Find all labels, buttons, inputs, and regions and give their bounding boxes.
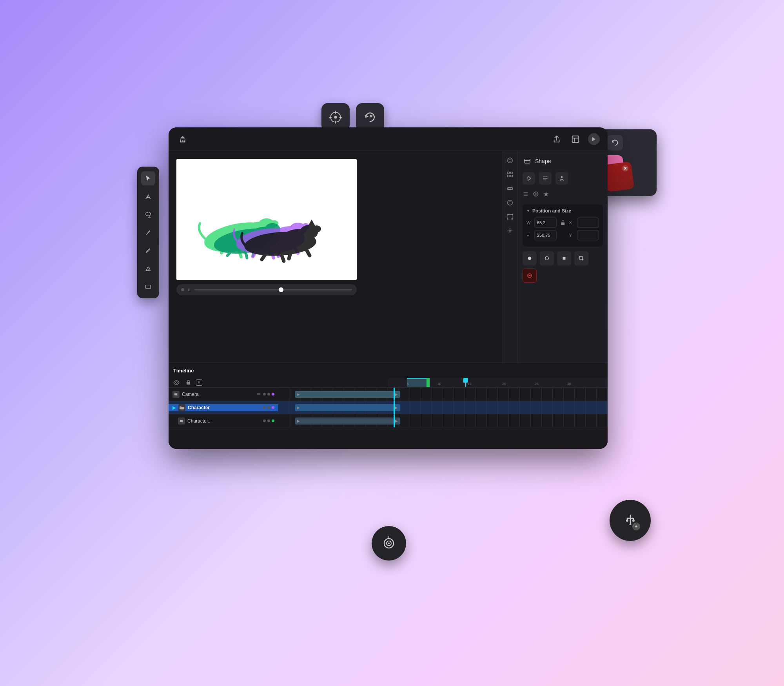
camera-edit-icon[interactable]: ✏ — [257, 392, 261, 397]
eraser-tool[interactable] — [141, 261, 155, 276]
ruler-playhead[interactable] — [465, 378, 466, 387]
svg-line-111 — [149, 249, 150, 250]
svg-point-79 — [561, 176, 563, 178]
shape-red — [603, 161, 634, 192]
y-input[interactable] — [577, 230, 599, 240]
playbar-track[interactable] — [194, 289, 352, 290]
camera-track-content: ▶ ▶ — [278, 388, 608, 401]
character-sub-track-label: Character... — [169, 417, 278, 425]
shape-label-row: Shape — [523, 156, 603, 166]
pbt-circle-outline[interactable] — [540, 251, 554, 265]
top-toolbar — [169, 127, 608, 151]
height-input[interactable]: 250,75 — [534, 230, 557, 240]
lasso-tool[interactable] — [141, 207, 155, 221]
camera-track-dots — [263, 393, 274, 396]
rectangle-tool[interactable] — [141, 279, 155, 294]
char-sub-playhead — [394, 414, 395, 427]
timeline-tracks-area: Camera ✏ ▶ — [169, 388, 608, 449]
panel-icon-character[interactable] — [555, 172, 568, 185]
timeline-section: Timeline — [169, 363, 608, 449]
char-sub-dots — [263, 419, 274, 422]
camera-keyframe-bar[interactable]: ▶ ▶ — [295, 391, 400, 398]
character-keyframe-bar[interactable]: ▶ ▶ — [295, 404, 400, 411]
panel-icon-timeline[interactable] — [539, 172, 552, 185]
camera-track-icon — [172, 391, 180, 398]
width-x-row: W 65,2 X — [526, 218, 599, 228]
playbar-record-dot — [181, 288, 184, 291]
ruler-mark-25: 25 — [535, 382, 539, 386]
character-track-content: ▶ ▶ — [278, 401, 608, 414]
character-track-label: ▶ Character — [169, 404, 278, 411]
character-sub-icon — [178, 417, 185, 425]
lock-header-icon[interactable] — [185, 379, 191, 386]
palette-icon[interactable] — [505, 155, 515, 166]
layout-icon[interactable] — [569, 133, 582, 145]
svg-point-67 — [507, 218, 508, 219]
width-input[interactable]: 65,2 — [534, 218, 557, 228]
tab-icon-2[interactable] — [533, 191, 539, 199]
app-container: ⏸ — [118, 88, 666, 598]
svg-point-123 — [388, 543, 390, 544]
playhead-marker — [463, 378, 468, 383]
playbar-thumb[interactable] — [279, 287, 283, 292]
usb-floating-btn[interactable]: + — [610, 500, 651, 541]
shape-icon — [523, 156, 532, 166]
grid-icon[interactable] — [505, 169, 515, 180]
pencil-tool[interactable] — [141, 243, 155, 258]
svg-line-112 — [147, 251, 147, 252]
camera-floating-icon — [381, 535, 397, 551]
camera-bar-arrow-right: ▶ — [395, 392, 398, 396]
char-sub-keyframe-bar[interactable]: ▶ ▶ — [295, 417, 400, 425]
svg-rect-89 — [563, 257, 566, 260]
pbt-transform[interactable] — [574, 251, 588, 265]
svg-point-1 — [334, 116, 337, 118]
share-icon[interactable] — [550, 133, 563, 145]
camera-bar-arrow-left: ▶ — [297, 392, 300, 396]
character-track: ▶ Character — [169, 401, 608, 414]
green-marker — [426, 378, 430, 387]
x-input[interactable] — [577, 218, 599, 228]
ruler-icon[interactable] — [505, 183, 515, 194]
panel-icons-row — [523, 172, 603, 185]
rfp-undo-btn[interactable] — [607, 135, 623, 151]
pbt-circle[interactable] — [523, 251, 537, 265]
svg-point-48 — [507, 158, 512, 163]
tab-icon-3[interactable] — [543, 191, 549, 199]
svg-marker-43 — [308, 220, 316, 227]
svg-point-71 — [511, 230, 512, 231]
y-label: Y — [569, 233, 575, 238]
play-button[interactable] — [588, 133, 600, 145]
character-playhead — [394, 401, 395, 414]
svg-rect-97 — [186, 382, 190, 385]
panel-icon-keyframe[interactable] — [523, 172, 535, 185]
transform-icon[interactable] — [505, 211, 515, 222]
pen-tool[interactable] — [141, 225, 155, 240]
svg-point-88 — [545, 257, 548, 260]
pbt-minus-circle[interactable] — [523, 269, 537, 283]
svg-rect-74 — [524, 159, 530, 163]
ruler-mark-20: 20 — [502, 382, 506, 386]
camera-floating-btn[interactable] — [372, 526, 406, 561]
camera-dot-1 — [263, 393, 266, 396]
panel-bottom-tools — [523, 251, 603, 283]
camera-dot-2 — [267, 393, 270, 396]
ruler-mark-30: 30 — [567, 382, 571, 386]
eye-icon[interactable] — [172, 379, 180, 386]
playbar[interactable]: ⏸ — [176, 284, 357, 295]
solo-icon[interactable]: S — [196, 379, 202, 386]
position-size-label: Position and Size — [532, 208, 571, 214]
svg-rect-52 — [507, 172, 509, 174]
width-value: 65,2 — [537, 220, 545, 225]
char-sub-arrow-left: ▶ — [297, 419, 300, 423]
lock-icon[interactable] — [559, 220, 567, 225]
info-icon[interactable] — [505, 197, 515, 208]
nodes-icon[interactable] — [505, 225, 515, 236]
usb-add-badge: + — [632, 523, 640, 530]
select-tool[interactable] — [141, 171, 155, 185]
tab-icon-1[interactable] — [523, 191, 529, 199]
svg-rect-114 — [146, 285, 151, 288]
home-icon[interactable] — [176, 133, 189, 145]
pbt-rect[interactable] — [557, 251, 571, 265]
node-edit-tool[interactable] — [141, 189, 155, 203]
camera-playhead — [394, 388, 395, 401]
